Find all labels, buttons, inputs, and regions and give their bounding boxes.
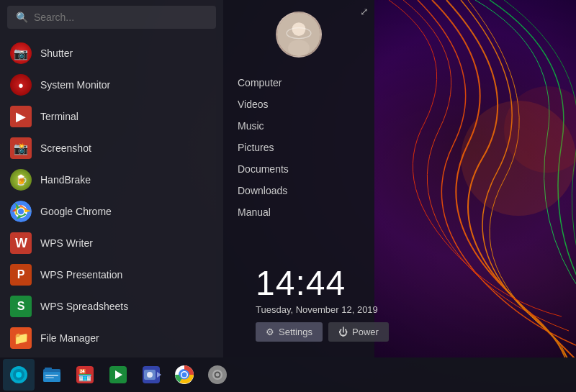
- nav-item-downloads[interactable]: Downloads: [223, 180, 374, 201]
- svg-text:🏪: 🏪: [78, 368, 92, 382]
- search-bar[interactable]: 🔍: [7, 6, 216, 29]
- settings-label: Settings: [279, 327, 312, 337]
- screenshot-icon: 📸: [10, 137, 32, 159]
- app-item-wps-spreadsheets[interactable]: S WPS Spreadsheets: [0, 291, 223, 322]
- svg-rect-18: [45, 377, 54, 378]
- taskbar-start-button[interactable]: [3, 359, 35, 391]
- taskbar: 🏪: [0, 357, 576, 392]
- svg-point-8: [292, 22, 306, 36]
- power-icon: ⏻: [338, 327, 348, 337]
- svg-point-26: [147, 372, 153, 378]
- wps-writer-label: WPS Writer: [40, 237, 93, 249]
- terminal-label: Terminal: [40, 111, 78, 122]
- svg-rect-17: [45, 375, 58, 376]
- app-item-wps-presentation[interactable]: P WPS Presentation: [0, 259, 223, 291]
- app-list: 📷 Shutter ● System Monitor ▶ Terminal 📸 …: [0, 35, 223, 357]
- clock-area: 14:44 Tuesday, November 12, 2019 ⚙ Setti…: [241, 256, 403, 349]
- svg-point-30: [182, 373, 187, 378]
- wps-spreadsheets-label: WPS Spreadsheets: [40, 301, 128, 312]
- wps-spreadsheets-icon: S: [10, 296, 32, 317]
- app-item-screenshot[interactable]: 📸 Screenshot: [0, 132, 223, 164]
- app-item-handbrake[interactable]: 🍺 HandBrake: [0, 164, 223, 196]
- screenshot-label: Screenshot: [40, 142, 91, 154]
- taskbar-video-icon[interactable]: [135, 359, 167, 391]
- svg-rect-33: [217, 366, 219, 370]
- svg-rect-39: [209, 374, 212, 376]
- nav-item-videos[interactable]: Videos: [223, 94, 374, 115]
- svg-point-6: [18, 209, 24, 214]
- google-chrome-label: Google Chrome: [40, 206, 112, 217]
- svg-rect-37: [217, 380, 219, 383]
- svg-rect-16: [45, 368, 52, 371]
- shutter-label: Shutter: [40, 47, 73, 59]
- nav-item-documents[interactable]: Documents: [223, 158, 374, 180]
- handbrake-icon: 🍺: [10, 169, 32, 191]
- clock-date: Tuesday, November 12, 2019: [256, 304, 389, 315]
- bottom-buttons: ⚙ Settings ⏻ Power: [256, 322, 389, 342]
- handbrake-label: HandBrake: [40, 174, 91, 186]
- nav-item-pictures[interactable]: Pictures: [223, 137, 374, 158]
- app-item-google-chrome[interactable]: Google Chrome: [0, 196, 223, 227]
- app-item-shutter[interactable]: 📷 Shutter: [0, 37, 223, 69]
- wps-presentation-icon: P: [10, 264, 32, 286]
- wps-presentation-label: WPS Presentation: [40, 269, 122, 281]
- nav-item-computer[interactable]: Computer: [223, 72, 374, 94]
- app-item-system-monitor[interactable]: ● System Monitor: [0, 69, 223, 101]
- taskbar-store-icon[interactable]: 🏪: [69, 359, 101, 391]
- taskbar-settings-icon[interactable]: [202, 359, 233, 391]
- nav-item-manual[interactable]: Manual: [223, 201, 374, 223]
- taskbar-chrome-icon[interactable]: [168, 359, 200, 391]
- power-button[interactable]: ⏻ Power: [328, 322, 389, 342]
- terminal-icon: ▶: [10, 106, 32, 127]
- wps-writer-icon: W: [10, 232, 32, 254]
- file-manager-label: File Manager: [40, 332, 99, 344]
- svg-rect-35: [222, 374, 226, 376]
- system-monitor-label: System Monitor: [40, 79, 110, 91]
- system-monitor-icon: ●: [10, 74, 32, 96]
- app-item-terminal[interactable]: ▶ Terminal: [0, 101, 223, 132]
- google-chrome-icon: [10, 201, 32, 222]
- taskbar-files-icon[interactable]: [36, 359, 68, 391]
- file-manager-icon: 📁: [10, 327, 32, 349]
- clock-time: 14:44: [256, 263, 389, 303]
- app-item-file-manager[interactable]: 📁 File Manager: [0, 322, 223, 354]
- start-menu: 🔍 📷 Shutter ● System Monitor ▶ Terminal …: [0, 0, 223, 357]
- power-label: Power: [352, 327, 379, 337]
- svg-point-9: [288, 40, 310, 57]
- svg-point-43: [216, 373, 220, 377]
- expand-icon[interactable]: ⤢: [360, 6, 369, 17]
- shutter-icon: 📷: [10, 42, 32, 64]
- nav-item-music[interactable]: Music: [223, 115, 374, 137]
- settings-button[interactable]: ⚙ Settings: [256, 322, 323, 342]
- taskbar-media-icon[interactable]: [102, 359, 134, 391]
- app-item-wps-writer[interactable]: W WPS Writer: [0, 227, 223, 259]
- settings-gear-icon: ⚙: [266, 327, 274, 337]
- search-input[interactable]: [34, 12, 207, 23]
- svg-point-13: [16, 372, 22, 378]
- search-icon: 🔍: [16, 12, 28, 23]
- user-avatar[interactable]: [276, 12, 322, 58]
